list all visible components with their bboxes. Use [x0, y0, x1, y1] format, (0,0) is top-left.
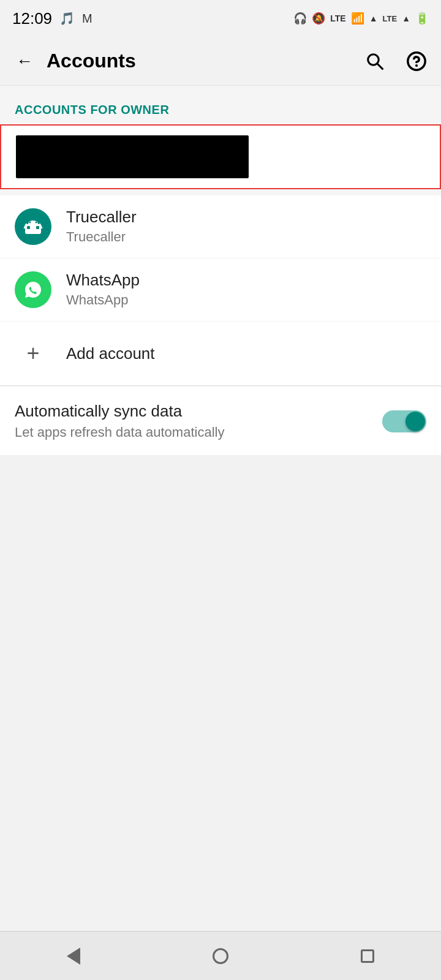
svg-rect-7: [30, 226, 36, 230]
back-arrow-icon: ←: [16, 51, 33, 71]
spotify-icon: 🎵: [59, 11, 75, 26]
whatsapp-subtitle: WhatsApp: [66, 292, 140, 308]
status-bar-left: 12:09 🎵 M: [12, 9, 92, 28]
page-title: Accounts: [47, 50, 360, 72]
nav-recent-icon: [361, 949, 374, 963]
add-account-label: Add account: [66, 344, 155, 363]
signal-icon: ▲: [369, 13, 378, 23]
whatsapp-logo-icon: [21, 278, 45, 301]
content: ACCOUNTS FOR OWNER: [0, 86, 441, 455]
nav-home-icon: [213, 948, 228, 964]
status-bar-right: 🎧 🔕 LTE 📶 ▲ LTE ▲ 🔋: [293, 12, 429, 25]
add-icon: +: [15, 335, 51, 372]
section-header: ACCOUNTS FOR OWNER: [0, 86, 441, 124]
headphone-icon: 🎧: [293, 12, 307, 25]
search-button[interactable]: [360, 47, 390, 76]
spacer: [0, 190, 441, 195]
truecaller-subtitle: Truecaller: [66, 229, 137, 245]
wifi-icon: 📶: [351, 12, 364, 25]
truecaller-account-text: Truecaller Truecaller: [66, 208, 137, 245]
svg-point-8: [29, 221, 31, 223]
whatsapp-name: WhatsApp: [66, 271, 140, 290]
nav-back-icon: [67, 948, 80, 965]
help-button[interactable]: [402, 47, 431, 76]
sync-subtitle: Let apps refresh data automatically: [15, 424, 382, 440]
truecaller-logo-icon: [22, 216, 44, 238]
back-button[interactable]: ←: [10, 47, 39, 76]
status-time: 12:09: [12, 9, 52, 28]
redacted-account-item[interactable]: [0, 124, 441, 189]
section-divider: [0, 385, 441, 386]
svg-point-9: [36, 221, 37, 223]
toggle-knob: [405, 412, 425, 431]
status-bar: 12:09 🎵 M 🎧 🔕 LTE 📶 ▲ LTE ▲ 🔋: [0, 0, 441, 37]
help-icon: [406, 51, 427, 72]
sync-section: Automatically sync data Let apps refresh…: [0, 387, 441, 455]
gmail-icon: M: [82, 12, 92, 26]
truecaller-name: Truecaller: [66, 208, 137, 227]
whatsapp-account-item[interactable]: WhatsApp WhatsApp: [0, 258, 441, 321]
app-bar: ← Accounts: [0, 37, 441, 86]
battery-icon: 🔋: [415, 12, 429, 25]
sync-text-group: Automatically sync data Let apps refresh…: [15, 402, 382, 440]
lte-icon: LTE: [330, 13, 345, 23]
svg-rect-5: [27, 226, 30, 229]
sync-toggle[interactable]: [382, 410, 426, 432]
svg-rect-6: [36, 226, 39, 229]
truecaller-icon: [15, 208, 51, 245]
whatsapp-icon: [15, 271, 51, 308]
truecaller-account-item[interactable]: Truecaller Truecaller: [0, 195, 441, 258]
svg-line-1: [378, 64, 383, 69]
account-list: Truecaller Truecaller WhatsApp WhatsApp …: [0, 195, 441, 385]
add-account-item[interactable]: + Add account: [0, 322, 441, 385]
nav-back-button[interactable]: [49, 938, 98, 974]
mute-icon: 🔕: [312, 12, 325, 25]
nav-recent-button[interactable]: [343, 938, 392, 974]
whatsapp-account-text: WhatsApp WhatsApp: [66, 271, 140, 308]
section-title: ACCOUNTS FOR OWNER: [15, 103, 169, 116]
svg-point-0: [368, 54, 379, 65]
redacted-block: [16, 135, 249, 178]
sync-title: Automatically sync data: [15, 402, 382, 421]
app-bar-actions: [360, 47, 431, 76]
plus-icon: +: [26, 341, 39, 366]
search-icon: [366, 52, 384, 70]
nav-home-button[interactable]: [196, 938, 245, 974]
lte2-icon: LTE: [383, 14, 398, 23]
bottom-nav: [0, 931, 441, 980]
signal2-icon: ▲: [402, 13, 410, 23]
